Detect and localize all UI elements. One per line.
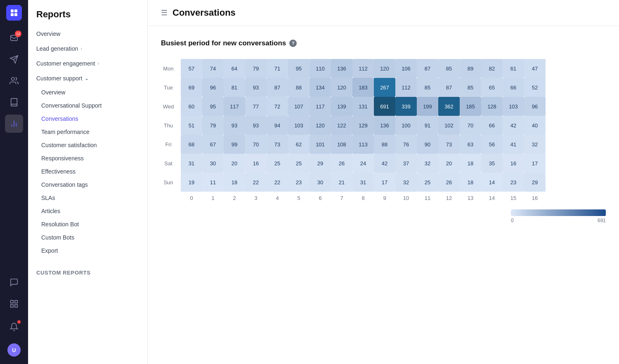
icon-rail: 12 bbox=[0, 0, 28, 364]
sidebar-item-team-performance[interactable]: Team performance bbox=[28, 125, 147, 139]
inbox-badge: 12 bbox=[15, 31, 21, 37]
heat-cell: 68 bbox=[181, 135, 202, 154]
sidebar-item-lead-generation[interactable]: Lead generation › bbox=[28, 41, 147, 56]
heat-cell: 93 bbox=[245, 78, 267, 97]
sidebar-item-label: Articles bbox=[41, 208, 60, 214]
sidebar-item-label: SLAs bbox=[41, 195, 55, 201]
info-icon[interactable]: ? bbox=[289, 40, 297, 47]
heat-cell: 85 bbox=[417, 78, 438, 97]
sidebar-item-customer-support[interactable]: Customer support ⌄ bbox=[28, 71, 147, 86]
sidebar-item-overview-top[interactable]: Overview bbox=[28, 26, 147, 41]
send-nav-icon[interactable] bbox=[5, 50, 23, 68]
heat-cell: 107 bbox=[288, 97, 310, 116]
heat-cell: 23 bbox=[288, 173, 310, 192]
heat-cell: 37 bbox=[395, 154, 417, 173]
sidebar-item-label: Customer engagement bbox=[36, 60, 95, 67]
legend-max: 691 bbox=[598, 218, 606, 223]
main-content: ☰ Conversations Busiest period for new c… bbox=[148, 0, 619, 364]
sidebar-item-conversations[interactable]: Conversations bbox=[28, 112, 147, 125]
hour-label: 9 bbox=[374, 192, 395, 201]
hour-label: 13 bbox=[460, 192, 481, 201]
sidebar-item-resolution-bot[interactable]: Resolution Bot bbox=[28, 218, 147, 231]
svg-rect-10 bbox=[11, 301, 13, 303]
svg-point-6 bbox=[12, 77, 14, 80]
heat-cell: 85 bbox=[438, 59, 460, 78]
sidebar-item-conversation-tags[interactable]: Conversation tags bbox=[28, 178, 147, 191]
day-label: Thu bbox=[161, 116, 181, 135]
heat-cell: 47 bbox=[524, 59, 546, 78]
main-body: Busiest period for new conversations ? M… bbox=[148, 26, 619, 237]
sidebar-item-slas[interactable]: SLAs bbox=[28, 191, 147, 204]
sidebar-item-custom-bots[interactable]: Custom Bots bbox=[28, 231, 147, 244]
heat-cell: 32 bbox=[417, 154, 438, 173]
heat-cell: 19 bbox=[181, 173, 202, 192]
hour-label: 16 bbox=[524, 192, 546, 201]
heat-cell: 76 bbox=[395, 135, 417, 154]
svg-rect-0 bbox=[11, 9, 14, 12]
heat-cell: 17 bbox=[374, 173, 395, 192]
sidebar-title: Reports bbox=[28, 0, 147, 26]
heat-cell: 88 bbox=[374, 135, 395, 154]
heat-cell: 110 bbox=[310, 59, 331, 78]
day-label: Tue bbox=[161, 78, 181, 97]
hour-label: 10 bbox=[395, 192, 417, 201]
page-title: Conversations bbox=[172, 7, 236, 18]
heat-cell: 199 bbox=[417, 97, 438, 116]
heat-cell: 42 bbox=[503, 116, 524, 135]
notifications-nav-icon[interactable] bbox=[5, 318, 23, 336]
svg-rect-1 bbox=[14, 9, 17, 12]
chevron-right-icon: › bbox=[97, 61, 99, 66]
heat-cell: 134 bbox=[310, 78, 331, 97]
sidebar-item-customer-satisfaction[interactable]: Customer satisfaction bbox=[28, 139, 147, 152]
heat-cell: 122 bbox=[331, 116, 352, 135]
contacts-nav-icon[interactable] bbox=[5, 72, 23, 90]
heat-cell: 185 bbox=[460, 97, 481, 116]
sidebar-item-responsiveness[interactable]: Responsiveness bbox=[28, 152, 147, 165]
svg-rect-3 bbox=[14, 13, 17, 16]
sidebar-item-conversational-support[interactable]: Conversational Support bbox=[28, 99, 147, 112]
heat-cell: 136 bbox=[374, 116, 395, 135]
heat-cell: 24 bbox=[352, 154, 374, 173]
inbox-nav-icon[interactable]: 12 bbox=[5, 29, 23, 47]
heat-cell: 64 bbox=[224, 59, 245, 78]
reports-nav-icon[interactable] bbox=[5, 115, 23, 133]
chat-nav-icon[interactable] bbox=[5, 273, 23, 291]
heat-cell: 25 bbox=[267, 154, 288, 173]
hour-label: 4 bbox=[267, 192, 288, 201]
knowledge-nav-icon[interactable] bbox=[5, 93, 23, 111]
heat-cell: 93 bbox=[245, 116, 267, 135]
heat-cell: 29 bbox=[524, 173, 546, 192]
heat-cell: 21 bbox=[331, 173, 352, 192]
heat-cell: 93 bbox=[224, 116, 245, 135]
heat-cell: 52 bbox=[524, 78, 546, 97]
sidebar-item-articles[interactable]: Articles bbox=[28, 204, 147, 218]
custom-reports-label: Custom reports bbox=[28, 265, 147, 280]
heat-cell: 31 bbox=[352, 173, 374, 192]
heat-cell: 183 bbox=[352, 78, 374, 97]
avatar[interactable]: U bbox=[5, 341, 23, 359]
sidebar-item-customer-engagement[interactable]: Customer engagement › bbox=[28, 56, 147, 71]
heat-cell: 32 bbox=[395, 173, 417, 192]
main-header: ☰ Conversations bbox=[148, 0, 619, 26]
heat-cell: 87 bbox=[267, 78, 288, 97]
heat-cell: 30 bbox=[202, 154, 224, 173]
heat-cell: 131 bbox=[352, 97, 374, 116]
heat-cell: 14 bbox=[481, 173, 503, 192]
heat-cell: 72 bbox=[267, 97, 288, 116]
sidebar-item-effectiveness[interactable]: Effectiveness bbox=[28, 165, 147, 178]
day-label: Mon bbox=[161, 59, 181, 78]
sidebar-item-overview-sub[interactable]: Overview bbox=[28, 86, 147, 99]
heat-cell: 103 bbox=[503, 97, 524, 116]
heat-cell: 57 bbox=[181, 59, 202, 78]
sidebar-item-export[interactable]: Export bbox=[28, 244, 147, 257]
hour-label-empty bbox=[161, 192, 181, 201]
heat-cell: 139 bbox=[331, 97, 352, 116]
hamburger-icon[interactable]: ☰ bbox=[161, 8, 168, 17]
heat-cell: 32 bbox=[524, 135, 546, 154]
apps-nav-icon[interactable] bbox=[5, 295, 23, 313]
hour-label: 15 bbox=[503, 192, 524, 201]
sidebar-item-label: Resolution Bot bbox=[41, 221, 79, 228]
heat-cell: 74 bbox=[202, 59, 224, 78]
heat-cell: 94 bbox=[267, 116, 288, 135]
heat-cell: 23 bbox=[503, 173, 524, 192]
